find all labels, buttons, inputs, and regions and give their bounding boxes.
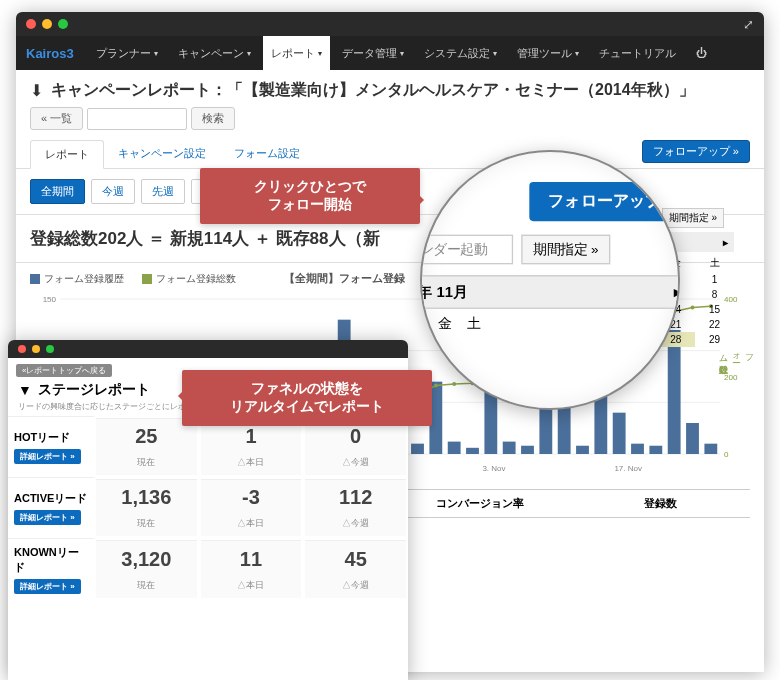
- lens-month-label: 4年 11月: [420, 282, 468, 302]
- period-this-week[interactable]: 今週: [91, 179, 135, 204]
- followup-button-top[interactable]: フォローアップ »: [642, 140, 750, 163]
- legend-line-label: フォーム登録総数: [156, 272, 236, 286]
- chart-title: 【全期間】フォーム登録: [284, 271, 405, 286]
- svg-text:150: 150: [43, 295, 57, 304]
- legend-bar-label: フォーム登録履歴: [44, 272, 124, 286]
- svg-point-68: [452, 382, 456, 386]
- stage-back-link[interactable]: «レポートトップへ戻る: [16, 364, 112, 377]
- close-icon[interactable]: [26, 19, 36, 29]
- page-title: キャンペーンレポート：「【製造業向け】メンタルヘルスケア・セミナー（2014年秋…: [51, 80, 695, 101]
- stage-row-name: ACTIVEリード: [14, 491, 88, 506]
- tab-report[interactable]: レポート: [30, 140, 104, 169]
- download-icon: ⬇: [30, 81, 43, 100]
- svg-rect-35: [503, 442, 516, 454]
- funnel-icon: ▼: [18, 382, 32, 398]
- lens-cal-input[interactable]: レンダー起動: [420, 235, 513, 265]
- stage-cell: 25現在: [96, 418, 197, 475]
- tab-campaign-settings[interactable]: キャンペーン設定: [104, 140, 220, 168]
- stage-cell: 1△本日: [201, 418, 302, 475]
- svg-text:0: 0: [724, 450, 729, 459]
- nav-tutorial[interactable]: チュートリアル: [591, 36, 684, 70]
- lens-day-sat: 土: [467, 314, 481, 333]
- chart-right-axis-label: フォーム登録総数: [717, 348, 756, 366]
- nav-planner[interactable]: プランナー▾: [88, 36, 166, 70]
- cal-day[interactable]: 1: [695, 272, 734, 287]
- lens-day-fri: 金: [438, 314, 452, 333]
- callout-funnel: ファネルの状態をリアルタイムでレポート: [182, 370, 432, 426]
- search-input[interactable]: [87, 108, 187, 130]
- stage-cell: 0△今週: [305, 418, 406, 475]
- nav-report[interactable]: レポート▾: [263, 36, 330, 70]
- nav-campaign[interactable]: キャンペーン▾: [170, 36, 259, 70]
- svg-rect-45: [686, 423, 699, 454]
- svg-rect-33: [466, 448, 479, 454]
- stage-cell: 45△今週: [305, 540, 406, 598]
- mini-cal-range-button[interactable]: 期間指定 »: [662, 208, 724, 228]
- period-all[interactable]: 全期間: [30, 179, 85, 204]
- nav-system[interactable]: システム設定▾: [416, 36, 505, 70]
- legend-bar-icon: [30, 274, 40, 284]
- cal-day[interactable]: 15: [695, 302, 734, 317]
- col-conversion: コンバージョン率: [390, 490, 570, 517]
- svg-point-67: [434, 384, 438, 388]
- svg-text:3. Nov: 3. Nov: [482, 464, 505, 473]
- stage-cell: 11△本日: [201, 540, 302, 598]
- brand-logo[interactable]: Kairos3: [26, 46, 74, 61]
- svg-rect-32: [448, 442, 461, 454]
- stage-row-name: HOTリード: [14, 430, 88, 445]
- stage-cell: 112△今週: [305, 479, 406, 536]
- nav-power-icon[interactable]: ⏻: [688, 36, 715, 70]
- svg-rect-38: [558, 402, 571, 454]
- svg-rect-46: [704, 444, 717, 454]
- stage-zoom-icon[interactable]: [46, 345, 54, 353]
- svg-rect-30: [411, 444, 424, 454]
- nav-data[interactable]: データ管理▾: [334, 36, 412, 70]
- back-list-button[interactable]: « 一覧: [30, 107, 83, 130]
- detail-report-button[interactable]: 詳細レポート »: [14, 449, 81, 464]
- svg-rect-43: [649, 446, 662, 454]
- titlebar: ⤢: [16, 12, 764, 36]
- detail-report-button[interactable]: 詳細レポート »: [14, 579, 81, 594]
- tab-form-settings[interactable]: フォーム設定: [220, 140, 314, 168]
- stage-title: ステージレポート: [38, 381, 150, 399]
- svg-rect-41: [613, 413, 626, 454]
- legend-line-icon: [142, 274, 152, 284]
- zoom-icon[interactable]: [58, 19, 68, 29]
- stage-row-name: KNOWNリード: [14, 545, 88, 575]
- col-registrations: 登録数: [570, 490, 750, 517]
- cal-day[interactable]: 22: [695, 317, 734, 332]
- lens-range-button[interactable]: 期間指定 »: [521, 235, 611, 265]
- cal-day[interactable]: 29: [695, 332, 734, 347]
- cal-day[interactable]: 8: [695, 287, 734, 302]
- stage-cell: 3,120現在: [96, 540, 197, 598]
- expand-icon[interactable]: ⤢: [743, 17, 754, 32]
- mini-cal-next-icon[interactable]: ▸: [723, 237, 728, 248]
- minimize-icon[interactable]: [42, 19, 52, 29]
- search-button[interactable]: 検索: [191, 107, 235, 130]
- callout-followup: クリックひとつでフォロー開始: [200, 168, 420, 224]
- stage-cell: -3△本日: [201, 479, 302, 536]
- detail-report-button[interactable]: 詳細レポート »: [14, 510, 81, 525]
- svg-text:200: 200: [724, 373, 738, 382]
- magnifier-lens: フォローアップ » レンダー起動 期間指定 » 4年 11月▸ 木 金 土: [420, 150, 680, 410]
- svg-text:17. Nov: 17. Nov: [614, 464, 642, 473]
- svg-rect-36: [521, 446, 534, 454]
- navbar: Kairos3 プランナー▾ キャンペーン▾ レポート▾ データ管理▾ システム…: [16, 36, 764, 70]
- stage-cell: 1,136現在: [96, 479, 197, 536]
- period-last-week[interactable]: 先週: [141, 179, 185, 204]
- svg-rect-42: [631, 444, 644, 454]
- nav-admin[interactable]: 管理ツール▾: [509, 36, 587, 70]
- stage-minimize-icon[interactable]: [32, 345, 40, 353]
- stage-close-icon[interactable]: [18, 345, 26, 353]
- svg-rect-39: [576, 446, 589, 454]
